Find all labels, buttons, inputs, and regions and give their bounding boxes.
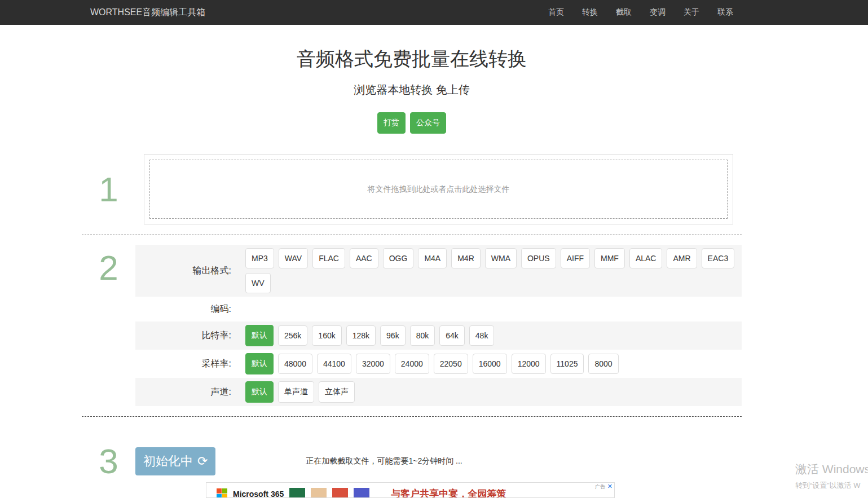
donate-button[interactable]: 打赏: [377, 112, 406, 134]
initialize-button-label: 初始化中: [143, 453, 193, 470]
nav-links: 首页转换截取变调关于联系: [548, 7, 733, 17]
logo-square-yellow: [222, 494, 227, 498]
ad-close-icon[interactable]: ✕: [607, 483, 613, 490]
option-channels-1[interactable]: 单声道: [278, 381, 314, 403]
ad-label: 广告: [595, 483, 605, 491]
brand[interactable]: WORTHSEE音频编辑工具箱: [90, 7, 205, 19]
option-format-7[interactable]: WMA: [485, 248, 517, 268]
row-label-bitrate: 比特率:: [135, 330, 245, 342]
option-format-0[interactable]: MP3: [245, 248, 274, 268]
row-options-channels: 默认单声道立体声: [245, 381, 742, 403]
row-label-channels: 声道:: [135, 386, 245, 398]
nav-item-home[interactable]: 首页: [548, 7, 564, 17]
ad-content: Microsoft 365 与客户共享中宴，全园筹策: [206, 483, 614, 498]
option-format-12[interactable]: AMR: [667, 248, 697, 268]
main-container: 音频格式免费批量在线转换 浏览器本地转换 免上传 打赏 公众号 1 将文件拖拽到…: [82, 25, 742, 479]
option-samplerate-5[interactable]: 22050: [434, 354, 468, 374]
initialize-button[interactable]: 初始化中 ⟳: [135, 447, 215, 475]
windows-activation-watermark: 激活 Windows 转到“设置”以激活 W: [795, 461, 868, 491]
option-bitrate-0[interactable]: 默认: [245, 325, 274, 346]
watermark-line1: 激活 Windows: [795, 461, 868, 477]
option-format-6[interactable]: M4R: [451, 248, 481, 268]
step-1: 1 将文件拖拽到此处或者点击此处选择文件: [82, 154, 742, 224]
navbar-inner: WORTHSEE音频编辑工具箱 首页转换截取变调关于联系: [82, 0, 742, 25]
microsoft-logo-icon: [217, 488, 227, 498]
step-3: 3 初始化中 ⟳ 正在加载截取文件，可能需要1~2分钟时间 ...: [82, 444, 742, 479]
option-bitrate-1[interactable]: 256k: [278, 325, 307, 346]
row-label-codec: 编码:: [135, 303, 245, 315]
ad-brand: Microsoft 365: [233, 490, 284, 498]
file-dropzone[interactable]: 将文件拖拽到此处或者点击此处选择文件: [144, 154, 733, 224]
wechat-button[interactable]: 公众号: [410, 112, 446, 134]
nav-item-convert[interactable]: 转换: [582, 7, 598, 17]
option-samplerate-4[interactable]: 24000: [395, 354, 429, 374]
hero: 音频格式免费批量在线转换 浏览器本地转换 免上传 打赏 公众号: [82, 25, 742, 134]
step-1-number: 1: [82, 172, 135, 207]
option-bitrate-4[interactable]: 96k: [380, 325, 406, 346]
step-2: 2 输出格式:MP3WAVFLACAACOGGM4AM4RWMAOPUSAIFF…: [82, 245, 742, 406]
section-divider: [82, 235, 742, 235]
option-format-10[interactable]: MMF: [594, 248, 625, 268]
option-format-11[interactable]: ALAC: [629, 248, 663, 268]
option-samplerate-7[interactable]: 12000: [512, 354, 546, 374]
page-title: 音频格式免费批量在线转换: [82, 25, 742, 72]
option-samplerate-1[interactable]: 48000: [278, 354, 312, 374]
dropzone-hint: 将文件拖拽到此处或者点击此处选择文件: [149, 160, 728, 219]
option-samplerate-8[interactable]: 11025: [550, 354, 584, 374]
option-format-13[interactable]: EAC3: [702, 248, 735, 268]
ad-headline: 与客户共享中宴，全园筹策: [391, 487, 506, 498]
option-format-2[interactable]: FLAC: [312, 248, 345, 268]
option-samplerate-0[interactable]: 默认: [245, 353, 274, 374]
option-channels-0[interactable]: 默认: [245, 381, 274, 403]
hero-buttons: 打赏 公众号: [82, 112, 742, 134]
photo-thumbnail: [311, 488, 327, 498]
option-rows: 输出格式:MP3WAVFLACAACOGGM4AM4RWMAOPUSAIFFMM…: [135, 245, 742, 406]
logo-square-green: [222, 488, 227, 493]
row-label-samplerate: 采样率:: [135, 358, 245, 370]
nav-item-contact[interactable]: 联系: [717, 7, 733, 17]
refresh-icon: ⟳: [197, 455, 208, 468]
section-divider: [82, 416, 742, 417]
step-2-number: 2: [82, 250, 135, 285]
photo-thumbnail: [332, 488, 348, 498]
row-options-samplerate: 默认48000441003200024000220501600012000110…: [245, 353, 742, 374]
option-format-1[interactable]: WAV: [279, 248, 308, 268]
option-row-bitrate: 比特率:默认256k160k128k96k80k64k48k: [135, 321, 742, 350]
watermark-line2: 转到“设置”以激活 W: [795, 481, 868, 491]
option-format-14[interactable]: WV: [245, 273, 271, 293]
option-bitrate-5[interactable]: 80k: [410, 325, 435, 346]
navbar: WORTHSEE音频编辑工具箱 首页转换截取变调关于联系: [0, 0, 868, 25]
option-channels-2[interactable]: 立体声: [319, 381, 355, 403]
step-3-number: 3: [82, 444, 135, 479]
option-samplerate-9[interactable]: 8000: [588, 354, 618, 374]
logo-square-red: [217, 488, 222, 493]
option-row-channels: 声道:默认单声道立体声: [135, 378, 742, 406]
option-format-9[interactable]: AIFF: [561, 248, 590, 268]
excel-thumbnail: [289, 488, 305, 498]
option-row-samplerate: 采样率:默认4800044100320002400022050160001200…: [135, 350, 742, 378]
option-bitrate-7[interactable]: 48k: [469, 325, 495, 346]
option-format-8[interactable]: OPUS: [521, 248, 556, 268]
option-samplerate-3[interactable]: 32000: [356, 354, 390, 374]
row-label-format: 输出格式:: [135, 265, 245, 277]
option-bitrate-6[interactable]: 64k: [439, 325, 465, 346]
nav-item-clip[interactable]: 截取: [616, 7, 632, 17]
option-samplerate-6[interactable]: 16000: [473, 354, 507, 374]
option-bitrate-2[interactable]: 160k: [312, 325, 341, 346]
option-row-codec: 编码:: [135, 297, 742, 321]
teams-thumbnail: [354, 488, 369, 498]
option-row-format: 输出格式:MP3WAVFLACAACOGGM4AM4RWMAOPUSAIFFMM…: [135, 245, 742, 297]
nav-item-pitch[interactable]: 变调: [650, 7, 666, 17]
nav-item-about[interactable]: 关于: [684, 7, 699, 17]
option-bitrate-3[interactable]: 128k: [346, 325, 376, 346]
ad-banner[interactable]: Microsoft 365 与客户共享中宴，全园筹策 广告 ✕: [206, 482, 615, 498]
option-format-3[interactable]: AAC: [350, 248, 378, 268]
option-format-5[interactable]: M4A: [418, 248, 447, 268]
option-samplerate-2[interactable]: 44100: [317, 354, 351, 374]
row-options-format: MP3WAVFLACAACOGGM4AM4RWMAOPUSAIFFMMFALAC…: [245, 248, 742, 293]
logo-square-blue: [217, 494, 222, 498]
option-format-4[interactable]: OGG: [383, 248, 414, 268]
status-text: 正在加载截取文件，可能需要1~2分钟时间 ...: [306, 456, 462, 466]
row-options-bitrate: 默认256k160k128k96k80k64k48k: [245, 325, 742, 346]
page-subtitle: 浏览器本地转换 免上传: [82, 82, 742, 98]
